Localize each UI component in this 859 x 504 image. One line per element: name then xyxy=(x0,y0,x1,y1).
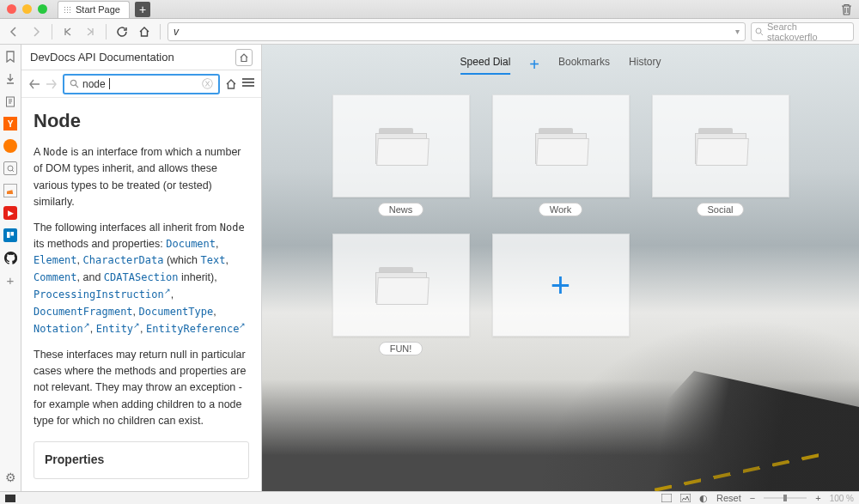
address-dropdown-icon[interactable]: ▾ xyxy=(735,27,740,36)
link-entity[interactable]: Entity xyxy=(96,323,133,335)
search-box[interactable]: Search stackoverflo xyxy=(751,22,854,41)
web-panel: DevDocs API Documentation node ⓧ Node A … xyxy=(21,45,262,491)
doc-paragraph: These interfaces may return null in part… xyxy=(34,347,249,430)
zoom-level: 100 % xyxy=(830,494,854,503)
closed-tabs-trash-icon[interactable] xyxy=(841,3,852,15)
fast-forward-button[interactable] xyxy=(82,23,99,40)
url-text: v xyxy=(174,26,179,38)
panel-sidebar: Y ▶ + ⚙ xyxy=(0,45,21,491)
github-panel-icon[interactable] xyxy=(3,251,17,264)
stackoverflow-panel-icon[interactable] xyxy=(3,184,17,197)
devdocs-search-input[interactable]: node ⓧ xyxy=(63,74,220,94)
clear-search-icon[interactable]: ⓧ xyxy=(202,76,213,92)
link-element[interactable]: Element xyxy=(34,254,77,266)
doc-paragraph: A Node is an interface from which a numb… xyxy=(34,144,249,211)
svg-point-0 xyxy=(756,28,761,33)
panel-nav: node ⓧ xyxy=(21,70,261,98)
back-button[interactable] xyxy=(5,23,22,40)
zoom-out-button[interactable]: − xyxy=(750,493,755,503)
speed-dial-icon xyxy=(64,6,71,14)
tab-speed-dial[interactable]: Speed Dial xyxy=(460,56,511,75)
bookmarks-panel-icon[interactable] xyxy=(3,50,17,64)
search-placeholder: Search stackoverflo xyxy=(767,21,850,42)
maximize-window-button[interactable] xyxy=(38,4,47,14)
link-cdatasection[interactable]: CDATASection xyxy=(104,271,179,283)
link-processinginstruction[interactable]: ProcessingInstruction xyxy=(34,288,164,301)
panel-header: DevDocs API Documentation xyxy=(21,45,261,70)
speed-dial-folder-news[interactable]: News xyxy=(332,94,470,216)
navigation-toolbar: v ▾ Search stackoverflo xyxy=(0,19,859,45)
tab-history[interactable]: History xyxy=(629,56,661,75)
minimize-window-button[interactable] xyxy=(22,4,32,14)
tab-bookmarks[interactable]: Bookmarks xyxy=(558,56,610,75)
home-button[interactable] xyxy=(136,23,153,40)
status-bar: ◐ Reset − + 100 % xyxy=(0,491,859,504)
filter-icon[interactable]: ◐ xyxy=(699,493,708,504)
youtube-panel-icon[interactable]: ▶ xyxy=(3,206,17,220)
search-icon xyxy=(755,27,764,36)
link-comment[interactable]: Comment xyxy=(34,271,77,283)
panel-title: DevDocs API Documentation xyxy=(30,51,174,64)
devdocs-home-icon[interactable] xyxy=(225,78,237,90)
image-toggle-icon[interactable] xyxy=(680,494,691,502)
menu-icon[interactable] xyxy=(242,76,254,91)
tile-label: News xyxy=(378,203,424,216)
settings-icon[interactable]: ⚙ xyxy=(3,471,17,484)
reddit-panel-icon[interactable] xyxy=(3,139,17,153)
svg-rect-6 xyxy=(661,494,672,502)
doc-paragraph: The following interfaces all inherit fro… xyxy=(34,220,249,338)
panel-back-button[interactable] xyxy=(28,79,40,89)
link-documenttype[interactable]: DocumentType xyxy=(139,306,214,318)
notes-panel-icon[interactable] xyxy=(3,94,17,108)
downloads-panel-icon[interactable] xyxy=(3,72,17,86)
add-speed-dial-group-button[interactable]: + xyxy=(529,55,539,75)
forward-button[interactable] xyxy=(27,23,45,40)
folder-icon xyxy=(535,128,587,164)
doc-heading: Node xyxy=(34,106,249,136)
new-tab-button[interactable]: + xyxy=(135,2,150,17)
svg-rect-4 xyxy=(11,232,15,236)
reload-button[interactable] xyxy=(113,23,131,40)
folder-icon xyxy=(375,128,427,164)
trello-panel-icon[interactable] xyxy=(3,228,17,242)
search-value: node xyxy=(82,78,106,90)
tile-view-icon[interactable] xyxy=(661,494,672,502)
tab-label: Start Page xyxy=(76,4,120,15)
devdocs-panel-icon[interactable] xyxy=(3,161,17,175)
link-notation[interactable]: Notation xyxy=(34,323,83,335)
zoom-slider[interactable] xyxy=(764,495,807,501)
svg-rect-7 xyxy=(680,494,691,502)
zoom-in-button[interactable]: + xyxy=(815,493,820,503)
speed-dial-folder-social[interactable]: Social xyxy=(652,94,789,216)
link-document[interactable]: Document xyxy=(166,238,216,250)
link-entityreference[interactable]: EntityReference xyxy=(146,323,239,335)
add-speed-dial-button[interactable]: + xyxy=(492,234,630,355)
panel-home-button[interactable] xyxy=(235,49,253,66)
add-panel-button[interactable]: + xyxy=(3,273,17,287)
window-controls xyxy=(7,4,47,14)
address-bar[interactable]: v ▾ xyxy=(168,22,746,41)
start-page-content: Speed Dial + Bookmarks History News Work… xyxy=(262,45,859,491)
close-window-button[interactable] xyxy=(7,4,16,14)
speed-dial-folder-work[interactable]: Work xyxy=(492,94,630,216)
panel-forward-button[interactable] xyxy=(46,79,58,89)
link-characterdata[interactable]: CharacterData xyxy=(83,254,164,266)
plus-icon: + xyxy=(492,234,630,337)
properties-heading: Properties xyxy=(34,441,249,479)
browser-tab-start-page[interactable]: Start Page xyxy=(58,1,130,18)
window-titlebar: Start Page + xyxy=(0,0,859,19)
speed-dial-folder-fun[interactable]: FUN! xyxy=(332,234,470,355)
speed-dial-grid: News Work Social FUN! + xyxy=(332,94,789,355)
rewind-button[interactable] xyxy=(59,23,76,40)
tile-label: Work xyxy=(539,203,582,216)
link-documentfragment[interactable]: DocumentFragment xyxy=(34,306,133,318)
start-page-tabs: Speed Dial + Bookmarks History xyxy=(460,55,661,75)
panel-toggle-button[interactable] xyxy=(5,495,15,502)
folder-icon xyxy=(375,267,427,303)
hackernews-panel-icon[interactable]: Y xyxy=(3,117,17,131)
zoom-reset-button[interactable]: Reset xyxy=(716,493,741,503)
tile-label: FUN! xyxy=(379,342,423,355)
svg-rect-3 xyxy=(7,232,10,238)
link-text[interactable]: Text xyxy=(201,254,226,266)
svg-rect-9 xyxy=(783,495,787,501)
